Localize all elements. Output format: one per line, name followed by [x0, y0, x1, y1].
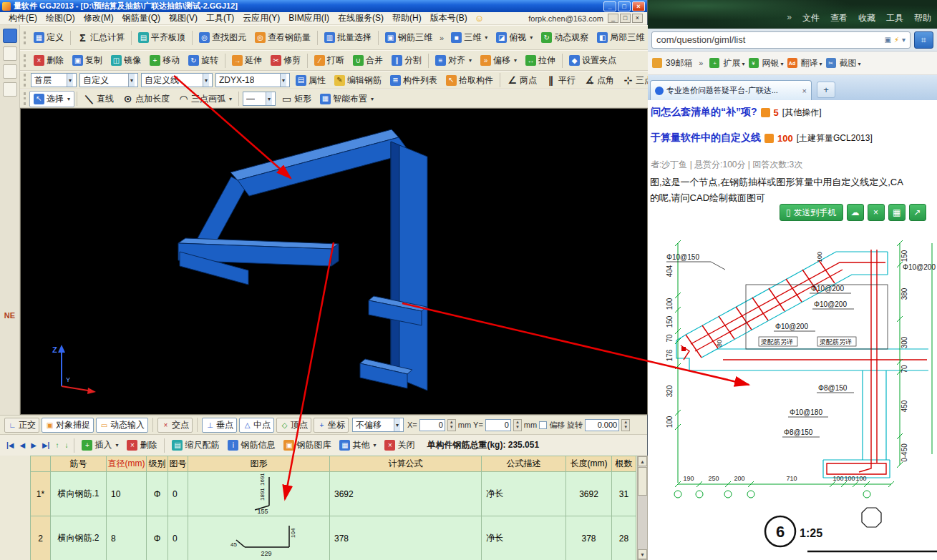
browser-menu-item[interactable]: 收藏	[858, 12, 875, 24]
grip-settings-button[interactable]: ◆设置夹点	[565, 52, 621, 69]
menu-item[interactable]: 云应用(Y)	[238, 12, 284, 24]
ortho-toggle[interactable]: ∟正交	[4, 418, 39, 433]
toolbar-grip[interactable]	[24, 54, 26, 67]
close-grid-button[interactable]: ×关闭	[381, 438, 418, 453]
menu-item[interactable]: 构件(E)	[4, 12, 42, 24]
move-up-button[interactable]: ↑	[53, 441, 61, 449]
toolbar-grip[interactable]	[24, 92, 26, 105]
point-angle-axis-button[interactable]: ∡点角	[580, 72, 618, 89]
offset-checkbox[interactable]	[539, 421, 547, 429]
toolbar-grip[interactable]	[24, 31, 26, 44]
delete-button[interactable]: ×删除	[29, 52, 68, 69]
mdi-close-button[interactable]: ×	[632, 14, 643, 23]
menu-item[interactable]: BIM应用(I)	[284, 12, 334, 24]
bookmark-chevron[interactable]: »	[696, 59, 706, 67]
summary-calc-button[interactable]: Σ汇总计算	[73, 29, 129, 46]
col-header[interactable]: 长度(mm)	[566, 456, 612, 472]
trim-button[interactable]: ✂修剪	[266, 52, 305, 69]
x-spinner[interactable]: ▲▼	[447, 419, 456, 431]
diameter-cell[interactable]: 10	[107, 472, 147, 516]
scale-rebar-button[interactable]: ▤缩尺配筋	[168, 438, 223, 453]
snap-intersection-toggle[interactable]: ×交点	[157, 418, 193, 433]
bookmark-item[interactable]: 扩展	[723, 57, 744, 69]
col-header[interactable]: 图号	[168, 456, 188, 472]
prev-row-button[interactable]: ◀	[18, 441, 28, 449]
menu-chevron[interactable]: »	[787, 12, 792, 24]
address-input[interactable]: com/question/giml/list ▣ ⚡ ▾	[651, 31, 911, 49]
snap-vertex-toggle[interactable]: ◇顶点	[276, 418, 311, 433]
minimize-button[interactable]: _	[603, 1, 616, 11]
formula-desc-cell[interactable]: 净长	[482, 472, 566, 516]
two-point-axis-button[interactable]: ∠两点	[503, 72, 541, 89]
line-tool-button[interactable]: ＼直线	[79, 91, 118, 107]
col-header[interactable]: 根数	[612, 456, 636, 472]
offset-button[interactable]: »偏移	[476, 52, 521, 69]
thumbnail-icon[interactable]: ▣	[884, 36, 890, 44]
scroll-down-button[interactable]: ▼	[638, 549, 647, 559]
element-select[interactable]: ZDYX-18▾	[215, 73, 290, 87]
type-select[interactable]: 自定义线▾	[141, 73, 213, 87]
menu-item[interactable]: 帮助(H)	[388, 12, 426, 24]
bookmark-item[interactable]: 截图	[840, 57, 861, 69]
last-row-button[interactable]: ▶|	[40, 441, 52, 449]
element-list-button[interactable]: ≣构件列表	[386, 72, 442, 89]
copy-button[interactable]: ▣复制	[68, 52, 107, 69]
snap-coordinate-toggle[interactable]: +坐标	[314, 418, 349, 433]
formula-cell[interactable]: 378	[330, 516, 482, 560]
col-header[interactable]: 直径(mm)	[107, 456, 147, 472]
question-link[interactable]: 问怎么套清单的“补”项?	[651, 106, 757, 119]
tab-close-icon[interactable]: ×	[802, 87, 807, 95]
length-cell[interactable]: 378	[566, 516, 612, 560]
category-tag[interactable]: [其他操作]	[782, 107, 822, 119]
share-icon[interactable]: ↗	[909, 204, 926, 221]
x-input[interactable]: 0	[419, 419, 445, 431]
overflow-chevron[interactable]: »	[437, 34, 447, 42]
view-3d-button[interactable]: ■三维	[447, 29, 492, 46]
rebar-library-button[interactable]: ▣钢筋图库	[280, 438, 334, 453]
formula-desc-cell[interactable]: 净长	[482, 516, 566, 560]
menu-item[interactable]: 在线服务(S)	[334, 12, 388, 24]
browser-menu-item[interactable]: 帮助	[914, 12, 931, 24]
category-tag[interactable]: [土建算量GCL2013]	[797, 132, 873, 144]
floor-select[interactable]: 首层▾	[31, 73, 77, 87]
local-3d-button[interactable]: ◧局部三维	[593, 29, 648, 46]
bookmark-item[interactable]: 翻译	[801, 57, 822, 69]
diameter-cell[interactable]: 8	[107, 516, 147, 560]
lightning-icon[interactable]: ⚡	[894, 36, 899, 44]
other-menu-button[interactable]: ▦其他	[336, 438, 379, 453]
define-button[interactable]: ▦定义	[29, 29, 68, 46]
formula-cell[interactable]: 3692	[330, 472, 482, 516]
browser-menu-item[interactable]: 文件	[802, 12, 820, 24]
menu-item[interactable]: 钢筋量(Q)	[118, 12, 165, 24]
next-row-button[interactable]: ▶	[29, 441, 39, 449]
bookmark-item[interactable]: 网银	[762, 57, 784, 69]
question-link[interactable]: 于算量软件中的自定义线	[651, 132, 761, 144]
select-tool-button[interactable]: ↖选择	[29, 91, 74, 107]
stretch-button[interactable]: ↔拉伸	[521, 52, 560, 69]
scroll-up-button[interactable]: ▲	[638, 456, 647, 466]
dock-icon[interactable]	[3, 82, 17, 97]
batch-select-button[interactable]: ▥批量选择	[320, 29, 376, 46]
mirror-button[interactable]: ◫镜像	[107, 52, 145, 69]
y-input[interactable]: 0	[485, 419, 511, 431]
cloud-icon[interactable]: ☁	[847, 204, 864, 221]
align-button[interactable]: ≡对齐	[431, 52, 476, 69]
browser-menu-item[interactable]: 查看	[830, 12, 848, 24]
point-length-tool-button[interactable]: ⊙点加长度	[118, 91, 174, 107]
close-button[interactable]: ×	[632, 1, 645, 11]
dock-icon[interactable]	[3, 29, 17, 43]
rotate-input[interactable]: 0.000	[585, 419, 619, 431]
toolbar-grip[interactable]	[24, 74, 26, 87]
pick-element-button[interactable]: ↖拾取构件	[442, 72, 497, 89]
close-icon[interactable]: ×	[868, 204, 885, 221]
menu-item[interactable]: 视图(V)	[165, 12, 202, 24]
save-icon[interactable]: ▦	[888, 204, 906, 221]
merge-button[interactable]: ∪合并	[349, 52, 387, 69]
row-number-cell[interactable]: 2	[31, 516, 51, 560]
dock-icon[interactable]	[3, 46, 17, 61]
snap-midpoint-toggle[interactable]: △中点	[239, 418, 274, 433]
top-view-button[interactable]: ◪俯视	[492, 29, 537, 46]
smart-layout-button[interactable]: ▦智能布置	[316, 91, 378, 107]
extend-button[interactable]: →延伸	[228, 52, 266, 69]
pic-no-cell[interactable]: 0	[168, 472, 188, 516]
